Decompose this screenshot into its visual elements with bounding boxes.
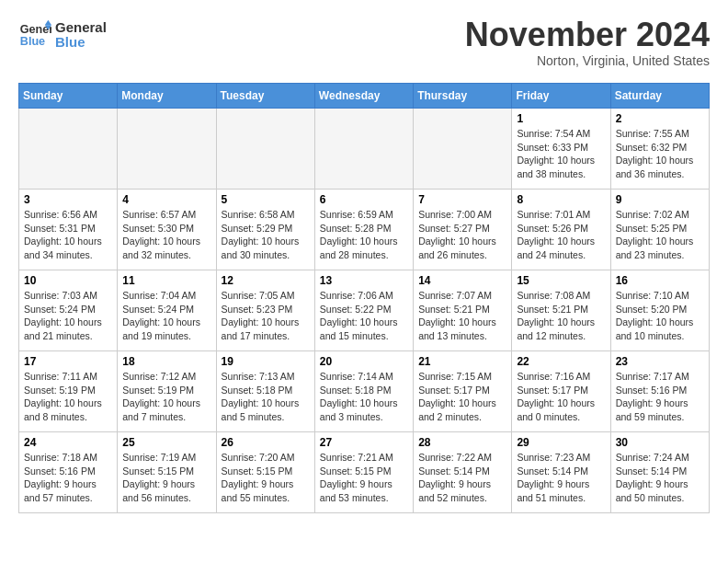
calendar-cell-w0-d1 xyxy=(118,109,216,190)
day-number-w0-d5: 1 xyxy=(517,112,605,125)
day-number-w3-d5: 22 xyxy=(517,355,605,368)
calendar-cell-w1-d3: 6Sunrise: 6:59 AM Sunset: 5:28 PM Daylig… xyxy=(314,190,413,270)
header-monday: Monday xyxy=(118,84,216,109)
day-info-w3-d0: Sunrise: 7:11 AM Sunset: 5:19 PM Dayligh… xyxy=(24,370,112,424)
calendar-cell-w4-d5: 29Sunrise: 7:23 AM Sunset: 5:14 PM Dayli… xyxy=(512,432,610,513)
day-number-w1-d4: 7 xyxy=(418,193,506,206)
calendar-cell-w3-d0: 17Sunrise: 7:11 AM Sunset: 5:19 PM Dayli… xyxy=(19,351,118,432)
logo-line1: General xyxy=(55,20,107,36)
calendar-cell-w4-d2: 26Sunrise: 7:20 AM Sunset: 5:15 PM Dayli… xyxy=(216,432,314,513)
day-number-w4-d5: 29 xyxy=(517,436,605,449)
calendar-cell-w4-d0: 24Sunrise: 7:18 AM Sunset: 5:16 PM Dayli… xyxy=(19,432,118,513)
day-number-w4-d0: 24 xyxy=(24,436,112,449)
calendar-cell-w2-d1: 11Sunrise: 7:04 AM Sunset: 5:24 PM Dayli… xyxy=(118,270,216,351)
calendar-cell-w0-d5: 1Sunrise: 7:54 AM Sunset: 6:33 PM Daylig… xyxy=(512,109,610,190)
week-row-3: 17Sunrise: 7:11 AM Sunset: 5:19 PM Dayli… xyxy=(19,351,710,432)
day-info-w3-d3: Sunrise: 7:14 AM Sunset: 5:18 PM Dayligh… xyxy=(320,370,408,424)
day-info-w2-d5: Sunrise: 7:08 AM Sunset: 5:21 PM Dayligh… xyxy=(517,289,605,343)
day-number-w1-d5: 8 xyxy=(517,193,605,206)
calendar-cell-w4-d1: 25Sunrise: 7:19 AM Sunset: 5:15 PM Dayli… xyxy=(118,432,216,513)
day-info-w1-d2: Sunrise: 6:58 AM Sunset: 5:29 PM Dayligh… xyxy=(222,208,310,262)
week-row-4: 24Sunrise: 7:18 AM Sunset: 5:16 PM Dayli… xyxy=(19,432,710,513)
page: General Blue General Blue November 2024 … xyxy=(0,0,728,523)
day-number-w3-d2: 19 xyxy=(222,355,310,368)
calendar-cell-w1-d0: 3Sunrise: 6:56 AM Sunset: 5:31 PM Daylig… xyxy=(19,190,118,270)
day-info-w4-d3: Sunrise: 7:21 AM Sunset: 5:15 PM Dayligh… xyxy=(320,451,408,505)
calendar-cell-w0-d6: 2Sunrise: 7:55 AM Sunset: 6:32 PM Daylig… xyxy=(610,109,709,190)
day-number-w3-d4: 21 xyxy=(418,355,506,368)
day-info-w4-d5: Sunrise: 7:23 AM Sunset: 5:14 PM Dayligh… xyxy=(517,451,605,505)
day-number-w2-d3: 13 xyxy=(320,274,408,287)
title-area: November 2024 Norton, Virginia, United S… xyxy=(465,18,710,68)
day-info-w1-d3: Sunrise: 6:59 AM Sunset: 5:28 PM Dayligh… xyxy=(320,208,408,262)
day-info-w0-d5: Sunrise: 7:54 AM Sunset: 6:33 PM Dayligh… xyxy=(517,127,605,181)
day-info-w1-d6: Sunrise: 7:02 AM Sunset: 5:25 PM Dayligh… xyxy=(616,208,704,262)
day-info-w0-d6: Sunrise: 7:55 AM Sunset: 6:32 PM Dayligh… xyxy=(616,127,704,181)
calendar-header-row: Sunday Monday Tuesday Wednesday Thursday… xyxy=(19,84,710,109)
day-number-w4-d2: 26 xyxy=(222,436,310,449)
day-info-w3-d1: Sunrise: 7:12 AM Sunset: 5:19 PM Dayligh… xyxy=(122,370,210,424)
day-info-w2-d3: Sunrise: 7:06 AM Sunset: 5:22 PM Dayligh… xyxy=(320,289,408,343)
day-number-w1-d3: 6 xyxy=(320,193,408,206)
day-number-w3-d1: 18 xyxy=(122,355,210,368)
week-row-0: 1Sunrise: 7:54 AM Sunset: 6:33 PM Daylig… xyxy=(19,109,710,190)
day-info-w2-d2: Sunrise: 7:05 AM Sunset: 5:23 PM Dayligh… xyxy=(222,289,310,343)
day-info-w4-d4: Sunrise: 7:22 AM Sunset: 5:14 PM Dayligh… xyxy=(418,451,506,505)
calendar-cell-w1-d1: 4Sunrise: 6:57 AM Sunset: 5:30 PM Daylig… xyxy=(118,190,216,270)
calendar-cell-w2-d6: 16Sunrise: 7:10 AM Sunset: 5:20 PM Dayli… xyxy=(610,270,709,351)
day-number-w0-d6: 2 xyxy=(616,112,704,125)
calendar-cell-w3-d6: 23Sunrise: 7:17 AM Sunset: 5:16 PM Dayli… xyxy=(610,351,709,432)
calendar-cell-w4-d4: 28Sunrise: 7:22 AM Sunset: 5:14 PM Dayli… xyxy=(414,432,512,513)
month-title: November 2024 xyxy=(465,18,710,52)
day-info-w4-d6: Sunrise: 7:24 AM Sunset: 5:14 PM Dayligh… xyxy=(616,451,704,505)
day-number-w3-d0: 17 xyxy=(24,355,112,368)
day-number-w2-d0: 10 xyxy=(24,274,112,287)
calendar-cell-w0-d0 xyxy=(19,109,118,190)
header-friday: Friday xyxy=(512,84,610,109)
calendar-cell-w2-d2: 12Sunrise: 7:05 AM Sunset: 5:23 PM Dayli… xyxy=(216,270,314,351)
calendar-cell-w1-d5: 8Sunrise: 7:01 AM Sunset: 5:26 PM Daylig… xyxy=(512,190,610,270)
day-info-w4-d2: Sunrise: 7:20 AM Sunset: 5:15 PM Dayligh… xyxy=(222,451,310,505)
calendar-cell-w3-d1: 18Sunrise: 7:12 AM Sunset: 5:19 PM Dayli… xyxy=(118,351,216,432)
day-number-w4-d4: 28 xyxy=(418,436,506,449)
day-info-w3-d4: Sunrise: 7:15 AM Sunset: 5:17 PM Dayligh… xyxy=(418,370,506,424)
calendar-cell-w3-d3: 20Sunrise: 7:14 AM Sunset: 5:18 PM Dayli… xyxy=(314,351,413,432)
header-tuesday: Tuesday xyxy=(216,84,314,109)
day-number-w3-d6: 23 xyxy=(616,355,704,368)
svg-text:Blue: Blue xyxy=(20,35,45,48)
calendar-cell-w2-d4: 14Sunrise: 7:07 AM Sunset: 5:21 PM Dayli… xyxy=(414,270,512,351)
header: General Blue General Blue November 2024 … xyxy=(18,18,710,68)
calendar-cell-w3-d5: 22Sunrise: 7:16 AM Sunset: 5:17 PM Dayli… xyxy=(512,351,610,432)
calendar-cell-w1-d4: 7Sunrise: 7:00 AM Sunset: 5:27 PM Daylig… xyxy=(414,190,512,270)
day-number-w4-d1: 25 xyxy=(122,436,210,449)
calendar: Sunday Monday Tuesday Wednesday Thursday… xyxy=(18,83,710,513)
calendar-cell-w4-d6: 30Sunrise: 7:24 AM Sunset: 5:14 PM Dayli… xyxy=(610,432,709,513)
day-number-w4-d3: 27 xyxy=(320,436,408,449)
day-info-w2-d6: Sunrise: 7:10 AM Sunset: 5:20 PM Dayligh… xyxy=(616,289,704,343)
day-number-w2-d1: 11 xyxy=(122,274,210,287)
day-info-w3-d2: Sunrise: 7:13 AM Sunset: 5:18 PM Dayligh… xyxy=(222,370,310,424)
calendar-cell-w2-d0: 10Sunrise: 7:03 AM Sunset: 5:24 PM Dayli… xyxy=(19,270,118,351)
day-number-w1-d1: 4 xyxy=(122,193,210,206)
calendar-cell-w3-d2: 19Sunrise: 7:13 AM Sunset: 5:18 PM Dayli… xyxy=(216,351,314,432)
calendar-cell-w0-d3 xyxy=(314,109,413,190)
day-number-w2-d5: 15 xyxy=(517,274,605,287)
calendar-cell-w1-d2: 5Sunrise: 6:58 AM Sunset: 5:29 PM Daylig… xyxy=(216,190,314,270)
week-row-1: 3Sunrise: 6:56 AM Sunset: 5:31 PM Daylig… xyxy=(19,190,710,270)
day-info-w2-d4: Sunrise: 7:07 AM Sunset: 5:21 PM Dayligh… xyxy=(418,289,506,343)
calendar-cell-w0-d2 xyxy=(216,109,314,190)
day-info-w1-d4: Sunrise: 7:00 AM Sunset: 5:27 PM Dayligh… xyxy=(418,208,506,262)
logo-icon: General Blue xyxy=(18,18,51,52)
logo: General Blue General Blue xyxy=(18,18,107,52)
calendar-cell-w1-d6: 9Sunrise: 7:02 AM Sunset: 5:25 PM Daylig… xyxy=(610,190,709,270)
week-row-2: 10Sunrise: 7:03 AM Sunset: 5:24 PM Dayli… xyxy=(19,270,710,351)
header-wednesday: Wednesday xyxy=(314,84,413,109)
day-number-w3-d3: 20 xyxy=(320,355,408,368)
day-number-w2-d6: 16 xyxy=(616,274,704,287)
day-info-w4-d1: Sunrise: 7:19 AM Sunset: 5:15 PM Dayligh… xyxy=(122,451,210,505)
header-thursday: Thursday xyxy=(414,84,512,109)
day-info-w2-d1: Sunrise: 7:04 AM Sunset: 5:24 PM Dayligh… xyxy=(122,289,210,343)
logo-line2: Blue xyxy=(55,35,107,51)
day-info-w3-d6: Sunrise: 7:17 AM Sunset: 5:16 PM Dayligh… xyxy=(616,370,704,424)
day-info-w3-d5: Sunrise: 7:16 AM Sunset: 5:17 PM Dayligh… xyxy=(517,370,605,424)
